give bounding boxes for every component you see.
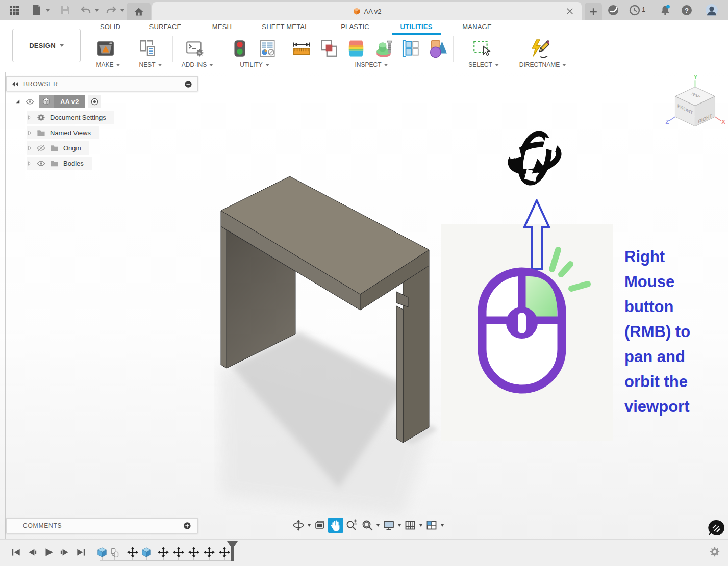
fit-caret-icon[interactable]	[375, 524, 381, 527]
pan-button[interactable]	[328, 518, 343, 533]
viewports-button[interactable]	[424, 518, 439, 533]
browser-item-bodies[interactable]: Bodies	[27, 157, 92, 170]
inspect-display-state-button[interactable]	[399, 37, 422, 60]
file-menu-caret-icon[interactable]	[46, 9, 50, 12]
orbit-caret-icon[interactable]	[307, 524, 312, 527]
timeline-go-to-end-button[interactable]	[76, 547, 87, 558]
display-settings-button[interactable]	[381, 518, 396, 533]
browser-item-origin[interactable]: Origin	[27, 141, 89, 155]
inspect-curvature-button[interactable]	[345, 37, 367, 60]
group-label-make[interactable]: MAKE	[96, 61, 120, 68]
undo-icon[interactable]	[80, 4, 92, 16]
timeline-play-button[interactable]	[43, 547, 54, 558]
eye-off-icon[interactable]	[37, 144, 45, 152]
timeline-feature-move[interactable]	[204, 547, 215, 558]
collapsed-triangle-icon[interactable]	[27, 115, 32, 120]
add-ins-button[interactable]	[184, 37, 206, 60]
inspect-interference-button[interactable]	[318, 37, 340, 60]
look-at-button[interactable]	[312, 518, 328, 533]
tab-utilities[interactable]: UTILITIES	[400, 23, 432, 31]
clock-icon[interactable]	[629, 4, 641, 16]
viewcube[interactable]: Y Z X TOP FRONT RIGHT	[665, 75, 726, 134]
eye-icon[interactable]	[26, 97, 34, 106]
z-axis-line	[669, 117, 675, 121]
minus-circle-icon[interactable]	[184, 80, 192, 88]
group-label-directname[interactable]: DIRECTNAME	[519, 61, 566, 68]
collapsed-triangle-icon[interactable]	[27, 130, 32, 136]
timeline-feature-box[interactable]	[141, 547, 152, 558]
browser-item-document-settings[interactable]: Document Settings	[27, 111, 114, 124]
workspace-selector[interactable]: DESIGN	[12, 29, 81, 62]
timeline-feature-paste[interactable]	[109, 548, 119, 558]
eye-icon[interactable]	[37, 159, 45, 168]
tab-plastic[interactable]: PLASTIC	[341, 23, 369, 31]
collapsed-triangle-icon[interactable]	[27, 145, 32, 151]
inspect-primitives-button[interactable]	[426, 37, 449, 60]
timeline-feature-move[interactable]	[158, 547, 169, 558]
grid-settings-button[interactable]	[403, 518, 418, 533]
timeline-step-back-button[interactable]	[27, 547, 38, 558]
close-tab-icon[interactable]	[565, 7, 574, 16]
timeline-feature-move[interactable]	[188, 547, 199, 558]
activate-component-radio[interactable]	[88, 95, 101, 108]
select-button[interactable]	[470, 37, 492, 60]
tab-solid[interactable]: SOLID	[100, 23, 120, 31]
timeline-track[interactable]	[100, 560, 234, 561]
group-label-add-ins[interactable]: ADD-INS	[182, 61, 213, 68]
grid-caret-icon[interactable]	[418, 524, 423, 527]
browser-root-row[interactable]: AA v2	[15, 95, 101, 108]
fit-button[interactable]	[360, 518, 375, 533]
feedback-chat-icon[interactable]	[707, 519, 725, 537]
group-label-select[interactable]: SELECT	[468, 61, 499, 68]
home-tab-button[interactable]	[127, 3, 151, 20]
tab-manage[interactable]: MANAGE	[462, 23, 492, 31]
browser-panel-header[interactable]: BROWSER	[6, 76, 198, 91]
make-button[interactable]	[94, 37, 117, 60]
inspect-measure-button[interactable]	[290, 37, 313, 60]
nest-button[interactable]	[137, 37, 159, 60]
document-tab[interactable]: AA v2	[152, 2, 582, 20]
expanded-triangle-icon[interactable]	[15, 99, 21, 105]
browser-item-named-views[interactable]: Named Views	[27, 126, 99, 139]
collapsed-triangle-icon[interactable]	[27, 161, 32, 166]
tab-sheet-metal[interactable]: SHEET METAL	[262, 23, 308, 31]
timeline-settings-gear-icon[interactable]	[709, 546, 720, 557]
avatar[interactable]	[705, 4, 718, 17]
timeline-feature-move[interactable]	[127, 547, 138, 558]
model-table[interactable]	[214, 168, 449, 525]
orbit-button[interactable]	[291, 518, 306, 533]
root-component-chip[interactable]: AA v2	[39, 95, 85, 108]
viewports-caret-icon[interactable]	[440, 524, 445, 527]
timeline-marker[interactable]	[231, 545, 234, 561]
inspect-section-button[interactable]	[372, 37, 395, 60]
timeline-step-forward-button[interactable]	[59, 547, 70, 558]
display-caret-icon[interactable]	[397, 524, 402, 527]
timeline-feature-move[interactable]	[173, 547, 184, 558]
plus-circle-icon[interactable]	[183, 522, 191, 530]
utility-report-button[interactable]	[256, 37, 279, 60]
tab-mesh[interactable]: MESH	[212, 23, 232, 31]
timeline-tick	[114, 557, 115, 561]
app-launcher-icon[interactable]	[8, 4, 20, 16]
timeline-feature-box[interactable]	[96, 547, 108, 558]
group-label-utility[interactable]: UTILITY	[240, 61, 269, 68]
redo-caret-icon[interactable]	[120, 9, 124, 12]
comments-bar[interactable]: COMMENTS	[6, 518, 198, 533]
zoom-button[interactable]	[344, 518, 359, 533]
utility-traffic-button[interactable]	[229, 37, 251, 60]
collapse-panel-icon[interactable]	[11, 80, 19, 88]
file-menu-icon[interactable]	[31, 4, 43, 16]
directname-button[interactable]	[528, 37, 550, 60]
undo-caret-icon[interactable]	[95, 9, 99, 12]
new-tab-button[interactable]	[585, 3, 602, 20]
timeline-go-to-start-button[interactable]	[10, 547, 21, 558]
tab-surface[interactable]: SURFACE	[149, 23, 182, 31]
notifications-bell-icon[interactable]	[659, 4, 671, 16]
redo-icon[interactable]	[105, 4, 117, 16]
timeline-feature-move[interactable]	[219, 547, 230, 558]
job-status-icon[interactable]	[607, 4, 619, 16]
help-icon[interactable]	[681, 4, 693, 16]
save-icon[interactable]	[59, 4, 71, 16]
group-label-nest[interactable]: NEST	[139, 61, 162, 68]
group-label-inspect[interactable]: INSPECT	[355, 61, 388, 68]
